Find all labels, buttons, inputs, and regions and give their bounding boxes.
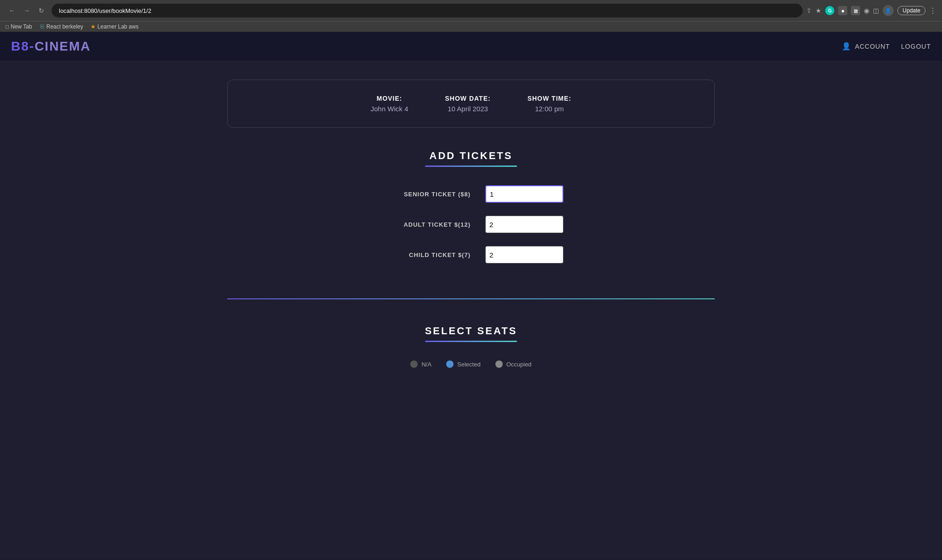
movie-info-time: SHOW TIME: 12:00 pm xyxy=(528,95,572,113)
show-time-value: 12:00 pm xyxy=(528,105,572,113)
bookmark-label: React berkeley xyxy=(46,23,83,30)
screenshot-icon: ▦ xyxy=(851,6,860,15)
profile-icon[interactable]: 👤 xyxy=(883,5,894,16)
movie-info-card: MOVIE: John Wick 4 SHOW DATE: 10 April 2… xyxy=(227,80,715,128)
logout-button[interactable]: LOGOUT xyxy=(901,43,931,50)
show-date-value: 10 April 2023 xyxy=(445,105,490,113)
brand-cinema: CINEMA xyxy=(34,39,91,53)
browser-bookmarks: □ New Tab ☉ React berkeley ★ Learner Lab… xyxy=(0,21,942,32)
add-tickets-divider xyxy=(425,166,517,167)
update-button[interactable]: Update xyxy=(897,6,925,15)
back-button[interactable]: ← xyxy=(6,4,18,17)
sidebar-icon[interactable]: ◫ xyxy=(873,7,879,14)
forward-button[interactable]: → xyxy=(20,4,33,17)
selected-label: Selected xyxy=(457,361,481,368)
aws-icon: ★ xyxy=(91,23,96,30)
app-header: B8-CINEMA 👤 ACCOUNT LOGOUT xyxy=(0,32,942,61)
header-nav: 👤 ACCOUNT LOGOUT xyxy=(842,42,931,51)
account-icon: 👤 xyxy=(842,42,851,51)
ext-icon-1: ■ xyxy=(838,6,847,15)
account-link[interactable]: 👤 ACCOUNT xyxy=(842,42,890,51)
browser-chrome: ← → ↻ ⇧ ★ G ■ ▦ ◉ ◫ 👤 Update ⋮ □ New Tab… xyxy=(0,0,942,32)
seat-legend: N/A Selected Occupied xyxy=(227,360,715,368)
add-tickets-title: ADD TICKETS xyxy=(227,150,715,162)
address-bar[interactable] xyxy=(52,4,803,17)
show-date-label: SHOW DATE: xyxy=(445,95,490,102)
occupied-label: Occupied xyxy=(506,361,532,368)
senior-ticket-label: SENIOR TICKET ($8) xyxy=(379,191,471,198)
select-seats-divider xyxy=(425,341,517,342)
selected-dot xyxy=(446,360,454,368)
senior-ticket-input[interactable] xyxy=(485,185,563,203)
movie-value: John Wick 4 xyxy=(371,105,408,113)
select-seats-section: SELECT SEATS N/A Selected Occupied xyxy=(227,321,715,368)
legend-selected: Selected xyxy=(446,360,481,368)
na-dot xyxy=(410,360,418,368)
bookmark-label: Learner Lab aws xyxy=(98,23,138,30)
show-time-label: SHOW TIME: xyxy=(528,95,572,102)
child-ticket-label: CHILD TICKET $(7) xyxy=(379,251,471,258)
brand-b8: B8- xyxy=(11,39,34,53)
menu-dots-icon[interactable]: ⋮ xyxy=(929,6,936,15)
share-icon[interactable]: ⇧ xyxy=(806,7,812,14)
app-container: B8-CINEMA 👤 ACCOUNT LOGOUT MOVIE: John W… xyxy=(0,32,942,560)
child-ticket-input[interactable] xyxy=(485,246,563,263)
adult-ticket-row: ADULT TICKET $(12) xyxy=(356,216,586,233)
legend-na: N/A xyxy=(410,360,431,368)
browser-toolbar: ← → ↻ ⇧ ★ G ■ ▦ ◉ ◫ 👤 Update ⋮ xyxy=(0,0,942,21)
adult-ticket-input[interactable] xyxy=(485,216,563,233)
account-label: ACCOUNT xyxy=(855,43,890,50)
add-tickets-section: ADD TICKETS SENIOR TICKET ($8) ADULT TIC… xyxy=(227,150,715,298)
movie-label: MOVIE: xyxy=(371,95,408,102)
bookmark-react[interactable]: ☉ React berkeley xyxy=(40,23,83,30)
bookmark-label: New Tab xyxy=(11,23,32,30)
select-seats-title: SELECT SEATS xyxy=(227,325,715,337)
react-icon: ☉ xyxy=(40,23,45,30)
refresh-button[interactable]: ↻ xyxy=(35,4,48,17)
bookmark-aws[interactable]: ★ Learner Lab aws xyxy=(91,23,138,30)
tab-icon: □ xyxy=(6,23,9,30)
grammarly-icon: G xyxy=(825,6,834,15)
child-ticket-row: CHILD TICKET $(7) xyxy=(356,246,586,263)
adult-ticket-label: ADULT TICKET $(12) xyxy=(379,221,471,228)
legend-occupied: Occupied xyxy=(495,360,532,368)
extensions-icon[interactable]: ◉ xyxy=(864,7,869,14)
bookmark-star-icon[interactable]: ★ xyxy=(816,7,821,14)
occupied-dot xyxy=(495,360,503,368)
section-divider-line xyxy=(227,298,715,299)
browser-toolbar-icons: ⇧ ★ G ■ ▦ ◉ ◫ 👤 Update ⋮ xyxy=(806,5,936,16)
ticket-form: SENIOR TICKET ($8) ADULT TICKET $(12) CH… xyxy=(356,185,586,298)
movie-info-movie: MOVIE: John Wick 4 xyxy=(371,95,408,113)
movie-info-date: SHOW DATE: 10 April 2023 xyxy=(445,95,490,113)
na-label: N/A xyxy=(421,361,431,368)
main-content: MOVIE: John Wick 4 SHOW DATE: 10 April 2… xyxy=(218,61,724,386)
browser-nav-buttons: ← → ↻ xyxy=(6,4,48,17)
brand-logo: B8-CINEMA xyxy=(11,39,91,54)
bookmark-new-tab[interactable]: □ New Tab xyxy=(6,23,32,30)
senior-ticket-row: SENIOR TICKET ($8) xyxy=(356,185,586,203)
